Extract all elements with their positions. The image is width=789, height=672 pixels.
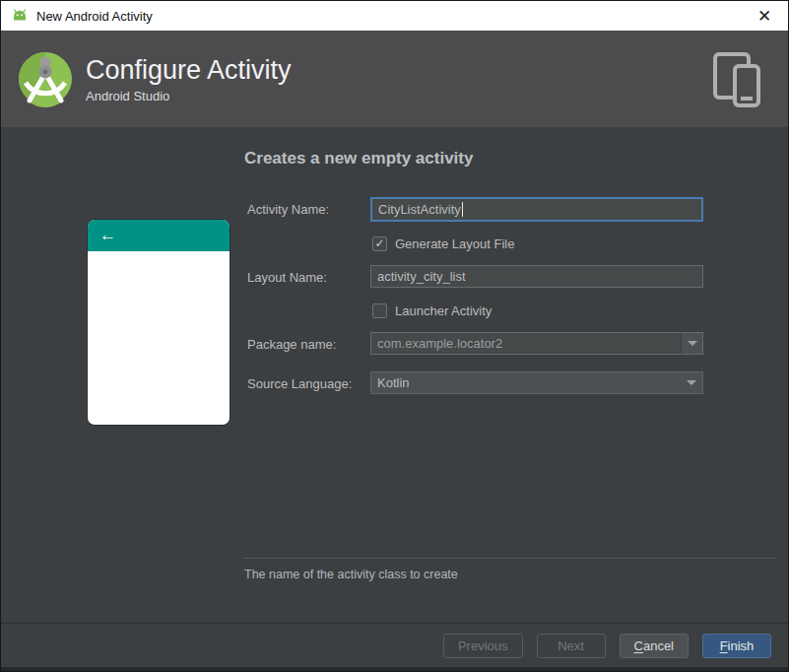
finish-button[interactable]: Finish bbox=[702, 634, 771, 658]
text-caret bbox=[462, 202, 463, 217]
launcher-activity-row: Launcher Activity bbox=[372, 302, 492, 318]
window-bottom-edge bbox=[1, 667, 788, 671]
wizard-content: Creates a new empty activity ← Activity … bbox=[1, 127, 788, 623]
activity-name-label: Activity Name: bbox=[247, 202, 329, 217]
chevron-down-icon bbox=[687, 380, 696, 385]
source-language-label: Source Language: bbox=[247, 376, 352, 391]
next-button[interactable]: Next bbox=[537, 634, 606, 658]
layout-name-value: activity_city_list bbox=[377, 269, 466, 284]
back-arrow-icon: ← bbox=[99, 226, 116, 245]
new-android-activity-dialog: New Android Activity ✕ Configure Activit… bbox=[0, 0, 789, 672]
generate-layout-checkbox[interactable]: ✓ bbox=[372, 236, 387, 251]
field-hint-text: The name of the activity class to create bbox=[244, 568, 458, 581]
launcher-activity-checkbox[interactable] bbox=[372, 303, 387, 318]
source-language-dropdown-button[interactable] bbox=[681, 372, 702, 393]
activity-preview: ← bbox=[88, 220, 230, 425]
generate-layout-row: ✓ Generate Layout File bbox=[372, 235, 514, 251]
finish-label-rest: inish bbox=[728, 638, 755, 653]
header-text: Configure Activity Android Studio bbox=[86, 54, 292, 103]
button-bar: Previous Next Cancel Finish bbox=[1, 623, 788, 667]
wizard-header: Configure Activity Android Studio bbox=[1, 31, 788, 127]
source-language-dropdown[interactable]: Kotlin bbox=[370, 371, 703, 394]
activity-name-value: CityListActivity bbox=[378, 202, 461, 217]
phone-tablet-icon bbox=[707, 46, 766, 111]
launcher-activity-label: Launcher Activity bbox=[395, 303, 492, 318]
previous-button[interactable]: Previous bbox=[443, 634, 523, 658]
wizard-title: Configure Activity bbox=[86, 54, 292, 86]
hint-separator bbox=[244, 558, 777, 559]
layout-name-input[interactable]: activity_city_list bbox=[370, 265, 703, 288]
source-language-value: Kotlin bbox=[371, 372, 681, 393]
android-studio-logo-icon bbox=[17, 50, 74, 107]
close-icon[interactable]: ✕ bbox=[751, 3, 778, 29]
activity-name-input[interactable]: CityListActivity bbox=[370, 197, 703, 222]
finish-mnemonic: F bbox=[720, 638, 728, 653]
package-name-value: com.example.locator2 bbox=[371, 333, 681, 354]
page-heading: Creates a new empty activity bbox=[244, 149, 473, 168]
layout-name-label: Layout Name: bbox=[247, 270, 327, 285]
package-name-combobox[interactable]: com.example.locator2 bbox=[370, 332, 703, 355]
cancel-mnemonic: C bbox=[634, 638, 643, 653]
chevron-down-icon bbox=[688, 341, 697, 346]
wizard-subtitle: Android Studio bbox=[86, 89, 292, 103]
cancel-button[interactable]: Cancel bbox=[620, 634, 689, 658]
window-title: New Android Activity bbox=[36, 9, 153, 24]
cancel-label-rest: ancel bbox=[643, 638, 674, 653]
package-name-dropdown-button[interactable] bbox=[681, 333, 702, 354]
generate-layout-label: Generate Layout File bbox=[395, 236, 514, 251]
title-bar: New Android Activity ✕ bbox=[1, 1, 788, 31]
preview-appbar: ← bbox=[88, 220, 230, 251]
package-name-label: Package name: bbox=[247, 337, 336, 352]
android-icon bbox=[11, 9, 29, 23]
